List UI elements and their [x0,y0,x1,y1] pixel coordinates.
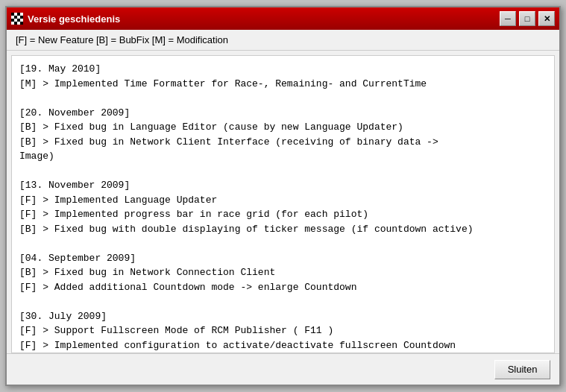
window-icon [11,13,23,25]
version-history-window: Versie geschiedenis ─ □ ✕ [F] = New Feat… [5,6,561,386]
restore-button[interactable]: □ [519,11,535,26]
window-title: Versie geschiedenis [28,13,500,25]
minimize-button[interactable]: ─ [500,11,516,26]
legend-text: [F] = New Feature [B] = BubFix [M] = Mod… [16,34,228,45]
content-area: [19. May 2010] [M] > Implemented Time Fo… [11,55,555,353]
legend-bar: [F] = New Feature [B] = BubFix [M] = Mod… [7,30,559,51]
changelog-text[interactable]: [19. May 2010] [M] > Implemented Time Fo… [12,56,554,353]
title-buttons: ─ □ ✕ [500,11,555,26]
window-close-button[interactable]: ✕ [538,11,555,26]
title-bar: Versie geschiedenis ─ □ ✕ [7,7,559,30]
sluiten-button[interactable]: Sluiten [494,360,550,379]
footer-bar: Sluiten [7,353,559,385]
